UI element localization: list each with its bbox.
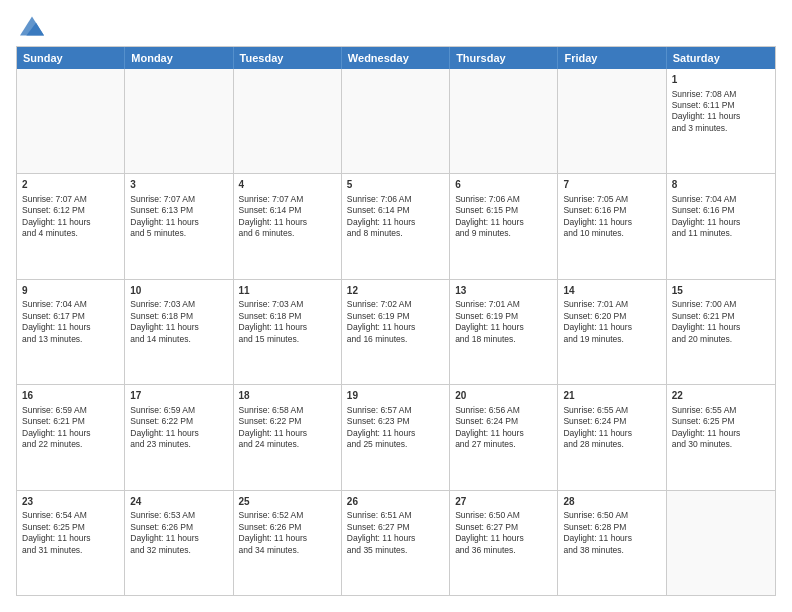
header-thursday: Thursday xyxy=(450,47,558,69)
calendar-cell: 18Sunrise: 6:58 AM Sunset: 6:22 PM Dayli… xyxy=(234,385,342,489)
calendar-week-4: 16Sunrise: 6:59 AM Sunset: 6:21 PM Dayli… xyxy=(17,385,775,490)
calendar-cell: 11Sunrise: 7:03 AM Sunset: 6:18 PM Dayli… xyxy=(234,280,342,384)
day-number: 8 xyxy=(672,178,770,192)
day-number: 21 xyxy=(563,389,660,403)
day-info: Sunrise: 7:04 AM Sunset: 6:16 PM Dayligh… xyxy=(672,194,741,238)
day-info: Sunrise: 6:52 AM Sunset: 6:26 PM Dayligh… xyxy=(239,510,308,554)
calendar-cell xyxy=(558,69,666,173)
calendar-cell: 9Sunrise: 7:04 AM Sunset: 6:17 PM Daylig… xyxy=(17,280,125,384)
calendar-cell: 25Sunrise: 6:52 AM Sunset: 6:26 PM Dayli… xyxy=(234,491,342,595)
calendar-cell xyxy=(17,69,125,173)
day-info: Sunrise: 6:59 AM Sunset: 6:22 PM Dayligh… xyxy=(130,405,199,449)
calendar-cell: 12Sunrise: 7:02 AM Sunset: 6:19 PM Dayli… xyxy=(342,280,450,384)
day-info: Sunrise: 6:55 AM Sunset: 6:24 PM Dayligh… xyxy=(563,405,632,449)
calendar-cell: 21Sunrise: 6:55 AM Sunset: 6:24 PM Dayli… xyxy=(558,385,666,489)
header-wednesday: Wednesday xyxy=(342,47,450,69)
calendar-week-3: 9Sunrise: 7:04 AM Sunset: 6:17 PM Daylig… xyxy=(17,280,775,385)
calendar-cell: 4Sunrise: 7:07 AM Sunset: 6:14 PM Daylig… xyxy=(234,174,342,278)
calendar-cell xyxy=(342,69,450,173)
day-info: Sunrise: 7:05 AM Sunset: 6:16 PM Dayligh… xyxy=(563,194,632,238)
calendar-cell: 1Sunrise: 7:08 AM Sunset: 6:11 PM Daylig… xyxy=(667,69,775,173)
calendar-week-5: 23Sunrise: 6:54 AM Sunset: 6:25 PM Dayli… xyxy=(17,491,775,595)
day-info: Sunrise: 6:57 AM Sunset: 6:23 PM Dayligh… xyxy=(347,405,416,449)
calendar-cell: 26Sunrise: 6:51 AM Sunset: 6:27 PM Dayli… xyxy=(342,491,450,595)
day-number: 4 xyxy=(239,178,336,192)
day-info: Sunrise: 7:00 AM Sunset: 6:21 PM Dayligh… xyxy=(672,299,741,343)
day-info: Sunrise: 6:53 AM Sunset: 6:26 PM Dayligh… xyxy=(130,510,199,554)
day-number: 28 xyxy=(563,495,660,509)
calendar-cell: 15Sunrise: 7:00 AM Sunset: 6:21 PM Dayli… xyxy=(667,280,775,384)
day-number: 16 xyxy=(22,389,119,403)
calendar-header: Sunday Monday Tuesday Wednesday Thursday… xyxy=(17,47,775,69)
day-number: 18 xyxy=(239,389,336,403)
calendar-cell xyxy=(125,69,233,173)
calendar-cell: 14Sunrise: 7:01 AM Sunset: 6:20 PM Dayli… xyxy=(558,280,666,384)
calendar-cell: 24Sunrise: 6:53 AM Sunset: 6:26 PM Dayli… xyxy=(125,491,233,595)
calendar-cell: 22Sunrise: 6:55 AM Sunset: 6:25 PM Dayli… xyxy=(667,385,775,489)
day-number: 3 xyxy=(130,178,227,192)
calendar-cell xyxy=(450,69,558,173)
day-info: Sunrise: 6:50 AM Sunset: 6:28 PM Dayligh… xyxy=(563,510,632,554)
day-info: Sunrise: 7:08 AM Sunset: 6:11 PM Dayligh… xyxy=(672,89,741,133)
day-number: 14 xyxy=(563,284,660,298)
calendar-cell: 10Sunrise: 7:03 AM Sunset: 6:18 PM Dayli… xyxy=(125,280,233,384)
calendar-cell xyxy=(234,69,342,173)
page: Sunday Monday Tuesday Wednesday Thursday… xyxy=(0,0,792,612)
calendar-cell: 6Sunrise: 7:06 AM Sunset: 6:15 PM Daylig… xyxy=(450,174,558,278)
day-info: Sunrise: 7:07 AM Sunset: 6:14 PM Dayligh… xyxy=(239,194,308,238)
day-number: 10 xyxy=(130,284,227,298)
calendar-cell: 3Sunrise: 7:07 AM Sunset: 6:13 PM Daylig… xyxy=(125,174,233,278)
day-number: 27 xyxy=(455,495,552,509)
calendar-cell: 7Sunrise: 7:05 AM Sunset: 6:16 PM Daylig… xyxy=(558,174,666,278)
header-tuesday: Tuesday xyxy=(234,47,342,69)
day-number: 23 xyxy=(22,495,119,509)
calendar-body: 1Sunrise: 7:08 AM Sunset: 6:11 PM Daylig… xyxy=(17,69,775,595)
calendar-cell: 17Sunrise: 6:59 AM Sunset: 6:22 PM Dayli… xyxy=(125,385,233,489)
calendar: Sunday Monday Tuesday Wednesday Thursday… xyxy=(16,46,776,596)
day-info: Sunrise: 7:02 AM Sunset: 6:19 PM Dayligh… xyxy=(347,299,416,343)
header-sunday: Sunday xyxy=(17,47,125,69)
day-number: 11 xyxy=(239,284,336,298)
day-info: Sunrise: 7:06 AM Sunset: 6:15 PM Dayligh… xyxy=(455,194,524,238)
day-number: 7 xyxy=(563,178,660,192)
day-info: Sunrise: 6:51 AM Sunset: 6:27 PM Dayligh… xyxy=(347,510,416,554)
day-number: 15 xyxy=(672,284,770,298)
day-info: Sunrise: 7:04 AM Sunset: 6:17 PM Dayligh… xyxy=(22,299,91,343)
calendar-cell: 28Sunrise: 6:50 AM Sunset: 6:28 PM Dayli… xyxy=(558,491,666,595)
day-number: 12 xyxy=(347,284,444,298)
day-info: Sunrise: 6:58 AM Sunset: 6:22 PM Dayligh… xyxy=(239,405,308,449)
day-info: Sunrise: 6:56 AM Sunset: 6:24 PM Dayligh… xyxy=(455,405,524,449)
day-info: Sunrise: 7:01 AM Sunset: 6:20 PM Dayligh… xyxy=(563,299,632,343)
day-number: 19 xyxy=(347,389,444,403)
header-saturday: Saturday xyxy=(667,47,775,69)
calendar-cell: 23Sunrise: 6:54 AM Sunset: 6:25 PM Dayli… xyxy=(17,491,125,595)
day-number: 13 xyxy=(455,284,552,298)
logo-icon xyxy=(20,16,44,36)
header xyxy=(16,16,776,36)
header-monday: Monday xyxy=(125,47,233,69)
day-number: 22 xyxy=(672,389,770,403)
day-info: Sunrise: 6:55 AM Sunset: 6:25 PM Dayligh… xyxy=(672,405,741,449)
calendar-cell xyxy=(667,491,775,595)
calendar-week-2: 2Sunrise: 7:07 AM Sunset: 6:12 PM Daylig… xyxy=(17,174,775,279)
day-number: 1 xyxy=(672,73,770,87)
day-number: 6 xyxy=(455,178,552,192)
day-number: 26 xyxy=(347,495,444,509)
day-info: Sunrise: 7:07 AM Sunset: 6:13 PM Dayligh… xyxy=(130,194,199,238)
day-number: 9 xyxy=(22,284,119,298)
calendar-cell: 27Sunrise: 6:50 AM Sunset: 6:27 PM Dayli… xyxy=(450,491,558,595)
day-number: 17 xyxy=(130,389,227,403)
day-number: 5 xyxy=(347,178,444,192)
calendar-cell: 20Sunrise: 6:56 AM Sunset: 6:24 PM Dayli… xyxy=(450,385,558,489)
day-number: 20 xyxy=(455,389,552,403)
calendar-cell: 16Sunrise: 6:59 AM Sunset: 6:21 PM Dayli… xyxy=(17,385,125,489)
day-number: 24 xyxy=(130,495,227,509)
day-info: Sunrise: 7:06 AM Sunset: 6:14 PM Dayligh… xyxy=(347,194,416,238)
day-info: Sunrise: 7:07 AM Sunset: 6:12 PM Dayligh… xyxy=(22,194,91,238)
calendar-cell: 2Sunrise: 7:07 AM Sunset: 6:12 PM Daylig… xyxy=(17,174,125,278)
calendar-week-1: 1Sunrise: 7:08 AM Sunset: 6:11 PM Daylig… xyxy=(17,69,775,174)
calendar-cell: 5Sunrise: 7:06 AM Sunset: 6:14 PM Daylig… xyxy=(342,174,450,278)
day-number: 25 xyxy=(239,495,336,509)
calendar-cell: 19Sunrise: 6:57 AM Sunset: 6:23 PM Dayli… xyxy=(342,385,450,489)
day-info: Sunrise: 7:01 AM Sunset: 6:19 PM Dayligh… xyxy=(455,299,524,343)
